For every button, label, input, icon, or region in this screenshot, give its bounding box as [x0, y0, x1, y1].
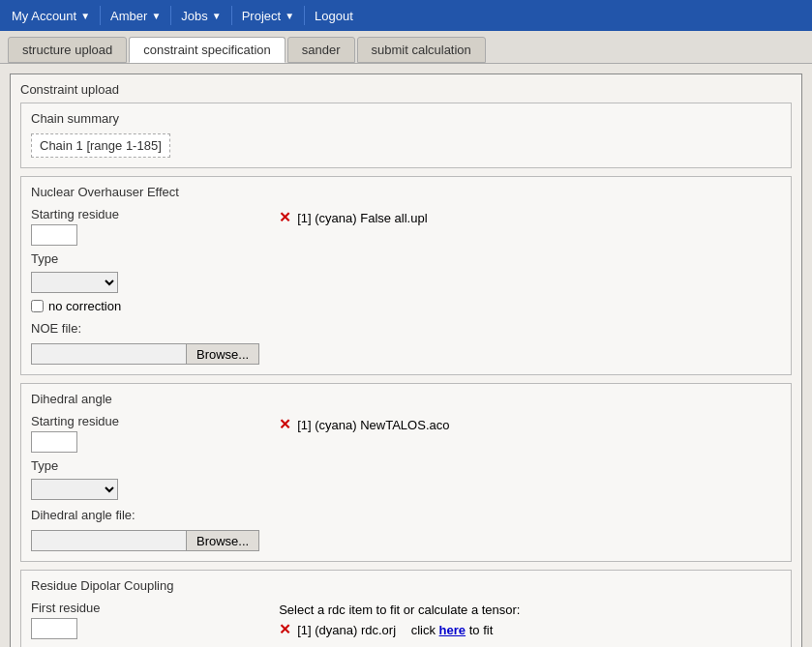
dihedral-file-input-row: Browse... — [31, 530, 259, 551]
dihedral-item-0: ✕ [1] (cyana) NewTALOS.aco — [279, 416, 781, 433]
noe-title: Nuclear Overhauser Effect — [31, 185, 781, 199]
nav-divider-2 — [170, 6, 171, 25]
logout-label: Logout — [315, 9, 353, 23]
tab-sander[interactable]: sander — [287, 37, 355, 63]
dihedral-starting-residue-label: Starting residue — [31, 414, 259, 428]
rdc-first-residue-label: First residue — [31, 601, 259, 615]
chain-text: Chain 1 [range 1-185] — [40, 138, 162, 153]
noe-no-correction-row: no correction — [31, 299, 259, 313]
dihedral-file-label: Dihedral angle file: — [31, 508, 259, 522]
rdc-here-label: here — [439, 623, 466, 637]
jobs-button[interactable]: Jobs ▼ — [173, 5, 228, 27]
rdc-item-0-text: [1] (dyana) rdc.orj — [297, 623, 396, 637]
dihedral-item-0-text: [1] (cyana) NewTALOS.aco — [297, 418, 449, 432]
noe-item-0-text: [1] (cyana) False all.upl — [297, 211, 427, 225]
noe-left-panel: Starting residue Type no correction NOE … — [31, 207, 259, 365]
project-label: Project — [242, 9, 281, 23]
tab-structure-upload[interactable]: structure upload — [8, 37, 127, 63]
nav-divider-4 — [304, 6, 305, 25]
noe-type-select-row — [31, 272, 259, 293]
dihedral-type-select-row — [31, 479, 259, 500]
dihedral-right-panel: ✕ [1] (cyana) NewTALOS.aco — [279, 414, 781, 437]
nav-divider-3 — [231, 6, 232, 25]
chain-summary-section: Chain summary Chain 1 [range 1-185] — [20, 103, 792, 168]
rdc-item-0-remove-icon[interactable]: ✕ — [279, 621, 291, 638]
noe-no-correction-label: no correction — [48, 299, 121, 313]
noe-starting-residue-label: Starting residue — [31, 207, 259, 221]
dihedral-file-row: Dihedral angle file: Browse... — [31, 508, 259, 551]
noe-type-row: Type — [31, 251, 259, 269]
noe-file-row: NOE file: Browse... — [31, 321, 259, 365]
dihedral-browse-label: Browse... — [196, 534, 249, 548]
my-account-button[interactable]: My Account ▼ — [4, 5, 98, 27]
noe-starting-residue-input[interactable] — [31, 224, 77, 246]
my-account-label: My Account — [12, 9, 76, 23]
rdc-click-here-text: click here to fit — [411, 623, 494, 637]
noe-item-0: ✕ [1] (cyana) False all.upl — [279, 209, 781, 226]
noe-item-0-remove-icon[interactable]: ✕ — [279, 209, 291, 226]
logout-button[interactable]: Logout — [307, 5, 361, 27]
jobs-caret: ▼ — [212, 11, 222, 21]
noe-type-label: Type — [31, 251, 58, 266]
noe-right-panel: ✕ [1] (cyana) False all.upl — [279, 207, 781, 230]
tabs-bar: structure upload constraint specificatio… — [0, 31, 812, 64]
rdc-select-msg: Select a rdc item to fit or calculate a … — [279, 603, 781, 617]
dihedral-section: Dihedral angle Starting residue Type Dih… — [20, 383, 792, 562]
amber-caret: ▼ — [151, 11, 161, 21]
my-account-caret: ▼ — [80, 11, 90, 21]
dihedral-browse-button[interactable]: Browse... — [186, 530, 259, 551]
dihedral-item-0-remove-icon[interactable]: ✕ — [279, 416, 291, 433]
tab-submit-calculation[interactable]: submit calculation — [357, 37, 486, 63]
noe-no-correction-checkbox[interactable] — [31, 300, 44, 312]
amber-label: Amber — [110, 9, 147, 23]
project-button[interactable]: Project ▼ — [234, 5, 302, 27]
rdc-title: Residue Dipolar Coupling — [31, 578, 781, 593]
chain-summary-title: Chain summary — [31, 111, 781, 126]
dihedral-type-select[interactable] — [31, 479, 118, 500]
noe-file-input[interactable] — [31, 343, 186, 365]
constraint-upload-label: Constraint upload — [20, 82, 792, 97]
chain-summary-box: Chain 1 [range 1-185] — [31, 133, 170, 158]
dihedral-type-row: Type — [31, 458, 259, 476]
rdc-right-panel: Select a rdc item to fit or calculate a … — [279, 601, 781, 642]
dihedral-starting-residue-input[interactable] — [31, 431, 77, 453]
noe-browse-button[interactable]: Browse... — [186, 343, 259, 365]
constraint-upload-group: Constraint upload Chain summary Chain 1 … — [10, 74, 802, 647]
rdc-item-0: ✕ [1] (dyana) rdc.orj click here to fit — [279, 621, 781, 638]
nav-divider-1 — [100, 6, 101, 25]
noe-file-input-row: Browse... — [31, 343, 259, 365]
rdc-click-here-prefix — [402, 623, 406, 637]
tab-constraint-specification[interactable]: constraint specification — [129, 37, 286, 63]
noe-section: Nuclear Overhauser Effect Starting resid… — [20, 176, 792, 375]
rdc-first-residue-input[interactable] — [31, 618, 77, 639]
rdc-section: Residue Dipolar Coupling First residue T… — [20, 570, 792, 647]
rdc-click-here-link[interactable]: here — [439, 623, 466, 637]
rdc-left-panel: First residue Type RDC file: Browse... — [31, 601, 259, 647]
noe-type-select[interactable] — [31, 272, 118, 293]
top-navigation: My Account ▼ Amber ▼ Jobs ▼ Project ▼ Lo… — [0, 0, 812, 31]
dihedral-title: Dihedral angle — [31, 392, 781, 406]
noe-browse-label: Browse... — [196, 347, 249, 362]
rdc-to-fit-label: to fit — [469, 623, 494, 637]
project-caret: ▼ — [285, 11, 294, 21]
main-content: Constraint upload Chain summary Chain 1 … — [0, 64, 812, 647]
dihedral-file-input[interactable] — [31, 530, 186, 551]
dihedral-left-panel: Starting residue Type Dihedral angle fil… — [31, 414, 259, 551]
dihedral-type-label: Type — [31, 458, 58, 473]
amber-button[interactable]: Amber ▼ — [103, 5, 168, 27]
noe-file-label: NOE file: — [31, 321, 259, 336]
jobs-label: Jobs — [181, 9, 207, 23]
